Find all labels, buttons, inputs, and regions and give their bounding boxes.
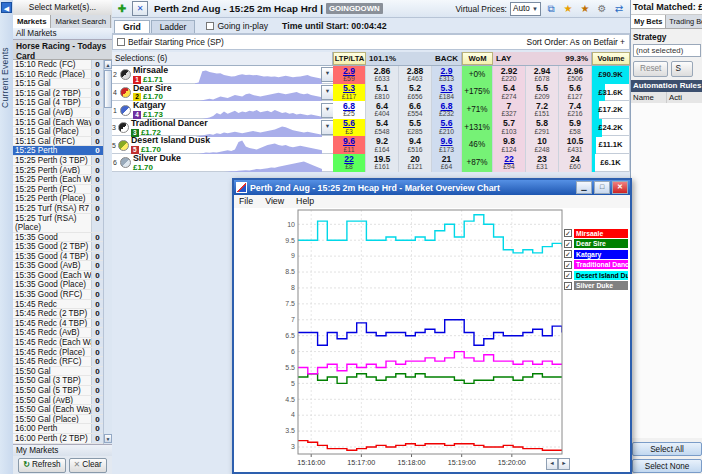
legend-checkbox[interactable]: ✓: [564, 261, 572, 269]
going-inplay-checkbox[interactable]: [206, 22, 214, 30]
back-price-cell[interactable]: 19.5£161: [366, 154, 399, 172]
lay-price-cell[interactable]: 22£94: [493, 154, 526, 172]
sidebar-market-item[interactable]: 15:10 Redc (Place)0: [13, 70, 103, 80]
legend-label[interactable]: Traditional Dancer: [574, 260, 628, 269]
lay-price-cell[interactable]: 24£60: [559, 154, 592, 172]
back-price-cell[interactable]: 6.4£404: [366, 101, 399, 119]
back-price-cell[interactable]: 5.3£184: [432, 84, 462, 102]
sidebar-market-item[interactable]: 15:15 Gal (AvB)0: [13, 108, 103, 118]
lay-price-cell[interactable]: 23£31: [526, 154, 559, 172]
lay-price-cell[interactable]: 5.4£274: [493, 84, 526, 102]
legend-checkbox[interactable]: ✓: [564, 240, 572, 248]
tab-trading-bets[interactable]: Trading Bets: [666, 15, 702, 28]
sidebar-market-item[interactable]: 15:35 Good (2 TBP)0: [13, 242, 103, 252]
sidebar-market-item[interactable]: 15:50 Gal (5 TBP)0: [13, 386, 103, 396]
sidebar-market-item[interactable]: 15:25 Perth (FC)0: [13, 185, 103, 195]
sidebar-market-item[interactable]: 15:35 Good (Each Way)0: [13, 271, 103, 281]
sidebar-market-item[interactable]: 15:10 Redc (FC)0: [13, 60, 103, 70]
sidebar-market-item[interactable]: 16:00 Perth0: [13, 424, 103, 434]
transfer-icon[interactable]: ⇄: [612, 2, 626, 15]
legend-label[interactable]: Desert Island Dusk: [574, 271, 628, 280]
tab-ladder[interactable]: Ladder: [151, 20, 196, 33]
menu-file[interactable]: File: [239, 195, 253, 208]
back-price-cell[interactable]: 5.4£548: [366, 119, 399, 137]
sidebar-market-item[interactable]: 15:45 Redc (AvB)0: [13, 328, 103, 338]
tab-grid[interactable]: Grid: [114, 20, 150, 33]
menu-view[interactable]: View: [265, 195, 284, 208]
chart-window-titlebar[interactable]: Perth 2nd Aug - 15:25 2m Hcap Hrd - Mark…: [234, 180, 630, 195]
sidebar-market-item[interactable]: 15:15 Gal (4 TBP)0: [13, 98, 103, 108]
lay-price-cell[interactable]: 10.5£431: [559, 136, 592, 154]
runner-info[interactable]: 6Silver Duke£1.70: [112, 154, 195, 172]
back-price-cell[interactable]: 5.1£810: [366, 84, 399, 102]
start-button[interactable]: S: [671, 61, 693, 77]
legend-label[interactable]: Mirsaale: [574, 229, 628, 238]
sidebar-market-item[interactable]: 15:25 Turf (RSA) (Place)0: [13, 214, 103, 233]
ltp-cell[interactable]: 2.9£59: [333, 66, 366, 84]
sidebar-market-item[interactable]: 15:25 Turf (RSA) R70: [13, 204, 103, 214]
runner-info[interactable]: 4Dear Sire2£1.70: [112, 84, 195, 102]
reset-button[interactable]: Reset: [633, 61, 668, 77]
lay-price-cell[interactable]: 7.2£151: [526, 101, 559, 119]
select-all-button[interactable]: Select All: [632, 442, 702, 456]
strategy-select[interactable]: (not selected): [633, 44, 701, 57]
back-price-cell[interactable]: 9.6£173: [432, 136, 462, 154]
lay-price-cell[interactable]: 5.5£209: [526, 84, 559, 102]
tab-markets[interactable]: Markets: [13, 15, 51, 28]
sidebar-market-item[interactable]: 15:45 Redc (2 TBP)0: [13, 309, 103, 319]
legend-checkbox[interactable]: ✓: [564, 282, 572, 290]
runner-info[interactable]: 5Desert Island Dusk5£1.70: [112, 136, 195, 154]
sidebar-market-item[interactable]: 15:50 Gal (Each Way)0: [13, 405, 103, 415]
menu-help[interactable]: Help: [296, 195, 314, 208]
back-price-cell[interactable]: 2.9£313: [432, 66, 462, 84]
legend-checkbox[interactable]: ✓: [564, 229, 572, 237]
lay-price-cell[interactable]: 7£327: [493, 101, 526, 119]
back-price-cell[interactable]: 5.2£656: [399, 84, 432, 102]
sidebar-market-item[interactable]: 15:45 Redc (4 TBP)0: [13, 319, 103, 329]
runner-info[interactable]: 2Mirsaale1£1.71: [112, 66, 195, 84]
back-price-cell[interactable]: 9.4£516: [399, 136, 432, 154]
legend-label[interactable]: Dear Sire: [574, 239, 628, 248]
sidebar-market-item[interactable]: 15:35 Good (Place)0: [13, 280, 103, 290]
tab-my-bets[interactable]: My Bets: [631, 15, 666, 28]
sidebar-market-item[interactable]: 15:25 Perth (Each Way)0: [13, 175, 103, 185]
select-none-button[interactable]: Select None: [632, 459, 702, 473]
sidebar-market-item[interactable]: 15:45 Redc (Place)0: [13, 348, 103, 358]
scroll-up-icon[interactable]: ▲: [104, 60, 112, 69]
ltp-cell[interactable]: 6.8£25: [333, 101, 366, 119]
legend-checkbox[interactable]: ✓: [564, 250, 572, 258]
pan-left-icon[interactable]: ◄: [546, 458, 558, 470]
legend-label[interactable]: Katgary: [574, 250, 628, 259]
charts-toggle-icon[interactable]: ✕: [132, 1, 148, 16]
sidebar-market-item[interactable]: 15:35 Good (RFC)0: [13, 290, 103, 300]
tab-current-events[interactable]: Current Events: [0, 18, 13, 138]
legend-checkbox[interactable]: ✓: [564, 271, 572, 279]
tab-market-search[interactable]: Market Search: [51, 15, 111, 28]
back-price-cell[interactable]: 5.6£210: [432, 119, 462, 137]
collapse-panel-icon[interactable]: ◀: [1, 2, 12, 13]
lay-price-cell[interactable]: 7.4£216: [559, 101, 592, 119]
lay-price-cell[interactable]: 2.92£220: [493, 66, 526, 84]
back-price-cell[interactable]: 21£64: [432, 154, 462, 172]
runner-info[interactable]: 1Katgary4£1.73: [112, 101, 195, 119]
sidebar-market-item[interactable]: 15:25 Perth (3 TBP)0: [13, 156, 103, 166]
back-price-cell[interactable]: 5.5£285: [399, 119, 432, 137]
minimize-icon[interactable]: ▁: [576, 181, 592, 194]
settings-gear-icon[interactable]: ⚙: [595, 2, 609, 15]
favourite-add-icon[interactable]: ★: [578, 2, 592, 15]
sidebar-market-item[interactable]: 15:15 Gal (RFC)0: [13, 137, 103, 147]
ltp-cell[interactable]: 5.3£117: [333, 84, 366, 102]
scroll-down-icon[interactable]: ▼: [104, 434, 112, 443]
sidebar-market-item[interactable]: 15:50 Gal (Place)0: [13, 415, 103, 425]
sidebar-market-item[interactable]: 15:25 Perth0: [13, 146, 103, 156]
lay-price-cell[interactable]: 10£248: [526, 136, 559, 154]
market-list-scrollbar[interactable]: ▲ ▼: [103, 60, 112, 444]
lay-price-cell[interactable]: 9.8£124: [493, 136, 526, 154]
lay-price-cell[interactable]: 5.7£103: [493, 119, 526, 137]
back-price-cell[interactable]: 20£121: [399, 154, 432, 172]
close-icon[interactable]: ✕: [612, 181, 628, 194]
select-markets-button[interactable]: Select Market(s)...: [13, 0, 112, 16]
sidebar-market-item[interactable]: 15:25 Perth (AvB)0: [13, 166, 103, 176]
sidebar-market-item[interactable]: 15:45 Redc0: [13, 300, 103, 310]
scroll-thumb[interactable]: [104, 70, 112, 108]
